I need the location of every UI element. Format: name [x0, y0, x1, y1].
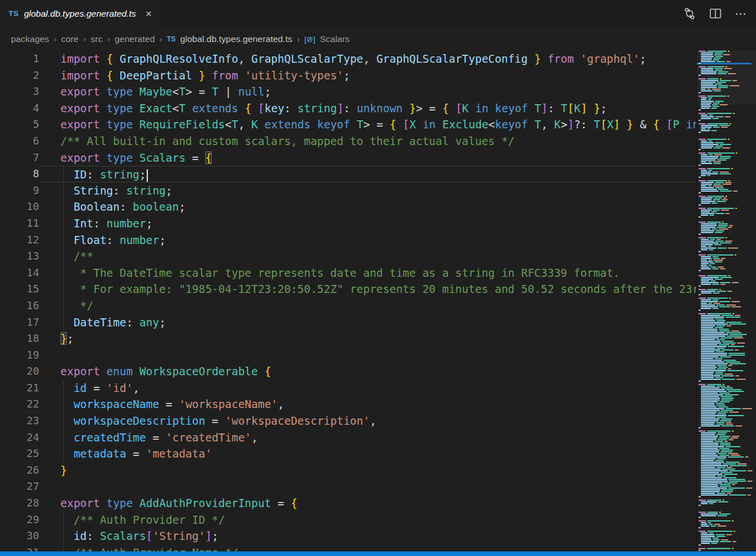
code-line-31[interactable]: 31 /** Auth Provider Name */	[0, 544, 696, 551]
open-changes-icon[interactable]	[683, 7, 696, 20]
code-line-10[interactable]: 10 Boolean: boolean;	[0, 199, 696, 215]
minimap[interactable]	[696, 51, 756, 551]
code-text[interactable]: /** Auth Provider Name */	[39, 544, 696, 551]
line-number[interactable]: 1	[0, 51, 39, 67]
code-text[interactable]: export type Exact<T extends { [key: stri…	[39, 100, 696, 117]
line-number[interactable]: 14	[0, 265, 39, 281]
line-number[interactable]: 17	[0, 314, 39, 331]
code-text[interactable]: id = 'id',	[39, 380, 696, 397]
line-number[interactable]: 13	[0, 248, 39, 265]
code-line-20[interactable]: 20export enum WorkspaceOrderable {	[0, 363, 696, 380]
code-text[interactable]: * For example: "1985-04-12T23:20:50.52Z"…	[39, 281, 696, 298]
code-line-30[interactable]: 30 id: Scalars['String'];	[0, 528, 696, 544]
code-text[interactable]: export type RequireFields<T, K extends k…	[39, 116, 696, 133]
breadcrumb-item-packages[interactable]: packages	[11, 34, 49, 44]
code-line-29[interactable]: 29 /** Auth Provider ID */	[0, 512, 696, 528]
code-text[interactable]: Int: number;	[39, 215, 696, 232]
code-text[interactable]: export type Maybe<T> = T | null;	[39, 83, 696, 100]
code-text[interactable]: metadata = 'metadata'	[39, 445, 696, 462]
line-number[interactable]: 29	[0, 512, 39, 528]
code-line-28[interactable]: 28export type AddAuthProviderInput = {	[0, 495, 696, 512]
code-line-11[interactable]: 11 Int: number;	[0, 215, 696, 232]
code-text[interactable]: String: string;	[39, 182, 696, 199]
line-number[interactable]: 16	[0, 298, 39, 314]
line-number[interactable]: 21	[0, 380, 39, 397]
code-line-23[interactable]: 23 workspaceDescription = 'workspaceDesc…	[0, 413, 696, 429]
line-number[interactable]: 12	[0, 232, 39, 249]
line-number[interactable]: 3	[0, 83, 39, 100]
line-number[interactable]: 19	[0, 347, 39, 364]
line-number[interactable]: 2	[0, 67, 39, 84]
line-number[interactable]: 30	[0, 528, 39, 544]
line-number[interactable]: 4	[0, 100, 39, 117]
breadcrumb-item-file[interactable]: global.db.types.generated.ts	[180, 34, 292, 44]
line-number[interactable]: 26	[0, 462, 39, 479]
code-line-25[interactable]: 25 metadata = 'metadata'	[0, 445, 696, 462]
code-line-8[interactable]: 8 ID: string;	[0, 166, 696, 182]
code-text[interactable]: createdTime = 'createdTime',	[39, 429, 696, 446]
split-editor-icon[interactable]	[709, 7, 722, 20]
code-line-1[interactable]: 1import { GraphQLResolveInfo, GraphQLSca…	[0, 51, 696, 67]
breadcrumb-item-core[interactable]: core	[61, 34, 78, 44]
code-line-18[interactable]: 18};	[0, 330, 696, 347]
code-lines[interactable]: 1import { GraphQLResolveInfo, GraphQLSca…	[0, 51, 696, 551]
code-line-24[interactable]: 24 createdTime = 'createdTime',	[0, 429, 696, 446]
code-text[interactable]: export type Scalars = {	[39, 150, 696, 166]
line-number[interactable]: 15	[0, 281, 39, 298]
code-line-5[interactable]: 5export type RequireFields<T, K extends …	[0, 116, 696, 133]
code-line-3[interactable]: 3export type Maybe<T> = T | null;	[0, 83, 696, 100]
line-number[interactable]: 23	[0, 413, 39, 429]
code-line-7[interactable]: 7export type Scalars = {	[0, 150, 696, 166]
code-line-9[interactable]: 9 String: string;	[0, 182, 696, 199]
code-line-14[interactable]: 14 * The DateTime scalar type represents…	[0, 265, 696, 281]
code-line-2[interactable]: 2import { DeepPartial } from 'utility-ty…	[0, 67, 696, 84]
line-number[interactable]: 25	[0, 445, 39, 462]
code-text[interactable]: };	[39, 330, 696, 347]
code-text[interactable]: export enum WorkspaceOrderable {	[39, 363, 696, 380]
code-text[interactable]: ID: string;	[39, 166, 696, 182]
code-text[interactable]: export type AddAuthProviderInput = {	[39, 495, 696, 512]
code-line-17[interactable]: 17 DateTime: any;	[0, 314, 696, 331]
code-text[interactable]	[39, 478, 696, 495]
status-bar[interactable]	[0, 551, 756, 556]
line-number[interactable]: 7	[0, 150, 39, 166]
breadcrumb-item-src[interactable]: src	[91, 34, 103, 44]
line-number[interactable]: 28	[0, 495, 39, 512]
code-text[interactable]: Boolean: boolean;	[39, 199, 696, 215]
code-text[interactable]: */	[39, 298, 696, 314]
code-text[interactable]: id: Scalars['String'];	[39, 528, 696, 544]
line-number[interactable]: 11	[0, 215, 39, 232]
line-number[interactable]: 8	[0, 166, 39, 182]
code-text[interactable]: import { DeepPartial } from 'utility-typ…	[39, 67, 696, 84]
code-text[interactable]: /** All built-in and custom scalars, map…	[39, 133, 696, 150]
code-line-13[interactable]: 13 /**	[0, 248, 696, 265]
editor-pane[interactable]: 1import { GraphQLResolveInfo, GraphQLSca…	[0, 51, 756, 551]
line-number[interactable]: 18	[0, 330, 39, 347]
more-actions-icon[interactable]: ⋯	[735, 7, 747, 20]
breadcrumb-item-symbol[interactable]: Scalars	[320, 34, 350, 44]
line-number[interactable]: 9	[0, 182, 39, 199]
line-number[interactable]: 31	[0, 544, 39, 551]
tab-global-db-types[interactable]: TS global.db.types.generated.ts ✕	[0, 0, 159, 27]
code-line-15[interactable]: 15 * For example: "1985-04-12T23:20:50.5…	[0, 281, 696, 298]
code-line-6[interactable]: 6/** All built-in and custom scalars, ma…	[0, 133, 696, 150]
code-line-22[interactable]: 22 workspaceName = 'workspaceName',	[0, 396, 696, 413]
close-tab-icon[interactable]: ✕	[145, 9, 152, 18]
code-line-26[interactable]: 26}	[0, 462, 696, 479]
code-line-12[interactable]: 12 Float: number;	[0, 232, 696, 249]
line-number[interactable]: 22	[0, 396, 39, 413]
code-line-4[interactable]: 4export type Exact<T extends { [key: str…	[0, 100, 696, 117]
line-number[interactable]: 20	[0, 363, 39, 380]
code-line-27[interactable]: 27	[0, 478, 696, 495]
code-line-21[interactable]: 21 id = 'id',	[0, 380, 696, 397]
code-text[interactable]: DateTime: any;	[39, 314, 696, 331]
line-number[interactable]: 24	[0, 429, 39, 446]
code-text[interactable]: Float: number;	[39, 232, 696, 249]
line-number[interactable]: 5	[0, 116, 39, 133]
code-text[interactable]	[39, 347, 696, 364]
code-text[interactable]: workspaceDescription = 'workspaceDescrip…	[39, 413, 696, 429]
line-number[interactable]: 27	[0, 478, 39, 495]
code-text[interactable]: /**	[39, 248, 696, 265]
code-text[interactable]: }	[39, 462, 696, 479]
code-text[interactable]: import { GraphQLResolveInfo, GraphQLScal…	[39, 51, 696, 67]
